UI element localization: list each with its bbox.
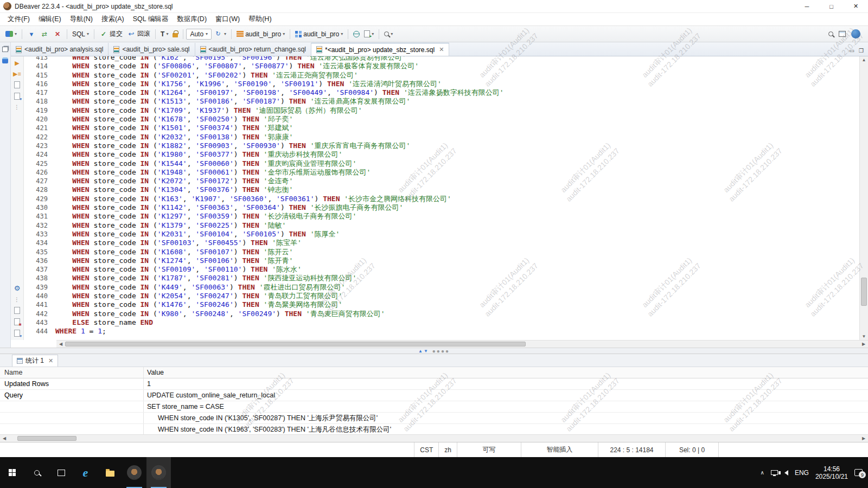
- rollback-button[interactable]: ↩回滚: [125, 28, 152, 40]
- splitter-arrows-icon[interactable]: ▲▼: [418, 349, 429, 354]
- query-log-icon[interactable]: [14, 93, 20, 100]
- scroll-up-icon[interactable]: ▲: [860, 57, 868, 62]
- dbeaver-app-icon: [127, 465, 142, 480]
- minimize-panel-icon[interactable]: ▭: [850, 48, 854, 54]
- input-language-indicator[interactable]: ENG: [795, 469, 809, 477]
- chevron-down-icon: ▾: [341, 31, 343, 36]
- rail-overflow-icon[interactable]: ⋮: [14, 104, 20, 110]
- settings-gear-icon[interactable]: ⚙: [14, 284, 21, 292]
- panel-horizontal-scrollbar[interactable]: ◀ ▶: [0, 434, 868, 442]
- code-lines[interactable]: 413 WHEN store_code IN ('K162', 'SF00195…: [24, 56, 859, 340]
- menu-search[interactable]: 搜索(A): [97, 15, 129, 24]
- tray-expand-icon[interactable]: ∧: [761, 470, 764, 476]
- script-output-icon[interactable]: [14, 330, 20, 337]
- column-header-value[interactable]: Value: [144, 367, 868, 378]
- action-center-icon[interactable]: 9: [854, 469, 863, 476]
- menu-database[interactable]: 数据库(D): [173, 15, 211, 24]
- dbeaver-taskbar-button-active[interactable]: [146, 457, 171, 488]
- globe-button[interactable]: [351, 30, 362, 38]
- minimize-button[interactable]: ─: [795, 0, 819, 12]
- open-script-button[interactable]: ▼: [25, 29, 38, 40]
- database-navigator-icon[interactable]: [2, 57, 8, 63]
- execute-statement-icon[interactable]: ▶: [15, 60, 19, 66]
- refresh-button[interactable]: ↻▾: [212, 29, 228, 40]
- scroll-right-icon[interactable]: ▶: [859, 342, 868, 346]
- task-view-button[interactable]: [49, 457, 73, 488]
- rail-overflow-icon[interactable]: ⋮: [14, 297, 20, 303]
- code-line: 439 WHEN store_code IN ('K449', 'SF00063…: [24, 283, 859, 292]
- menu-sql-editor[interactable]: SQL 编辑器: [129, 15, 173, 24]
- search-button[interactable]: ▾: [382, 30, 395, 37]
- explain-plan-icon[interactable]: [14, 81, 20, 88]
- delete-script-button[interactable]: ✕: [51, 29, 64, 40]
- chevron-down-icon: ▾: [391, 31, 393, 36]
- scroll-left-icon[interactable]: ◀: [0, 436, 9, 441]
- code-line: 432 WHEN store_code IN ('K1379', 'SF0022…: [24, 221, 859, 230]
- tab-close-icon[interactable]: ✕: [48, 357, 53, 364]
- transaction-lock-button[interactable]: [170, 29, 180, 38]
- restore-panel-icon[interactable]: [2, 47, 8, 52]
- perspective-icon[interactable]: [839, 31, 846, 37]
- dbeaver-logo-icon: [3, 2, 11, 10]
- transaction-mode-button[interactable]: T▾: [158, 29, 170, 39]
- maximize-button[interactable]: □: [819, 0, 844, 12]
- sql-menu-button[interactable]: SQL▾: [70, 29, 91, 39]
- new-connection-button[interactable]: ▾: [3, 30, 19, 38]
- table-row[interactable]: SET store_name = CASE: [0, 401, 868, 413]
- cell-value: WHEN store_code IN ('K1963', 'SF00283') …: [144, 424, 868, 434]
- scroll-left-icon[interactable]: ◀: [56, 342, 65, 346]
- dbeaver-taskbar-button[interactable]: [122, 457, 146, 488]
- table-row[interactable]: Query UPDATE custom_online_sale_return_l…: [0, 390, 868, 401]
- window-title: DBeaver 22.3.4 - <audit_bi_pro> update_s…: [15, 3, 173, 10]
- database-icon: [237, 31, 244, 37]
- taskbar-search-button[interactable]: [24, 457, 49, 488]
- user-avatar-icon[interactable]: [851, 29, 860, 38]
- line-number: 421: [24, 124, 55, 132]
- table-row[interactable]: Updated Rows 1: [0, 378, 868, 390]
- menu-window[interactable]: 窗口(W): [211, 15, 244, 24]
- menu-edit[interactable]: 编辑(E): [34, 15, 66, 24]
- tab-close-icon[interactable]: ✕: [439, 46, 444, 53]
- database-select[interactable]: audit_bi_pro▾: [234, 29, 287, 39]
- volume-icon[interactable]: [784, 470, 788, 476]
- commit-mode-select[interactable]: Auto▾: [186, 29, 212, 40]
- execute-script-icon[interactable]: ▶≡: [13, 70, 21, 77]
- tab-update-sbz-store-sql[interactable]: *<audit_bi_pro> update_sbz_store.sql✕: [311, 43, 449, 56]
- tab-statistics[interactable]: 统计 1 ✕: [12, 355, 58, 367]
- line-number: 433: [24, 230, 55, 239]
- quick-search-icon[interactable]: [828, 31, 833, 36]
- table-row[interactable]: WHEN store_code IN ('K1963', 'SF00283') …: [0, 424, 868, 434]
- table-row[interactable]: WHEN store_code IN ('K1305', 'SF00287') …: [0, 413, 868, 424]
- menu-file[interactable]: 文件(F): [3, 15, 34, 24]
- scroll-right-icon[interactable]: ▶: [859, 436, 868, 441]
- file-explorer-button[interactable]: [98, 457, 122, 488]
- internet-explorer-button[interactable]: e: [73, 457, 98, 488]
- new-sql-icon[interactable]: [14, 307, 20, 314]
- unsaved-script-icon[interactable]: [14, 318, 20, 325]
- commit-button[interactable]: ✓提交: [97, 28, 125, 40]
- menu-navigate[interactable]: 导航(N): [66, 15, 97, 24]
- close-button[interactable]: ✕: [844, 0, 868, 12]
- network-icon[interactable]: [771, 470, 778, 475]
- windows-logo-icon: [9, 469, 16, 477]
- scrollbar-thumb[interactable]: [17, 436, 77, 441]
- editor-vertical-scrollbar[interactable]: ▲ ▼: [859, 56, 868, 340]
- menu-help[interactable]: 帮助(H): [244, 15, 276, 24]
- maximize-panel-icon[interactable]: ❐: [859, 48, 864, 54]
- clock[interactable]: 14:56 2025/10/21: [815, 465, 848, 480]
- status-cursor-position[interactable]: 224 : 5 : 14184: [598, 442, 665, 457]
- tab-sale-sql[interactable]: <audit_bi_pro> sale.sql: [108, 43, 195, 56]
- search-icon: [34, 470, 40, 476]
- start-button[interactable]: [0, 457, 24, 488]
- panel-splitter[interactable]: ▲▼ ●●●●: [0, 348, 868, 354]
- scroll-down-icon[interactable]: ▼: [860, 334, 868, 339]
- scrollbar-thumb[interactable]: [861, 278, 867, 306]
- editor-horizontal-scrollbar[interactable]: ◀ ▶: [56, 340, 868, 348]
- export-button[interactable]: ▾: [362, 29, 376, 38]
- schema-select[interactable]: audit_bi_pro▾: [293, 29, 345, 39]
- tab-return-change-sql[interactable]: <audit_bi_pro> return_change.sql: [195, 43, 311, 56]
- tab-analysis-sql[interactable]: <audit_bi_pro> analysis.sql: [11, 43, 108, 56]
- scrollbar-thumb[interactable]: [65, 342, 526, 346]
- sync-script-button[interactable]: ⇄: [38, 29, 51, 40]
- column-header-name[interactable]: Name: [0, 367, 144, 378]
